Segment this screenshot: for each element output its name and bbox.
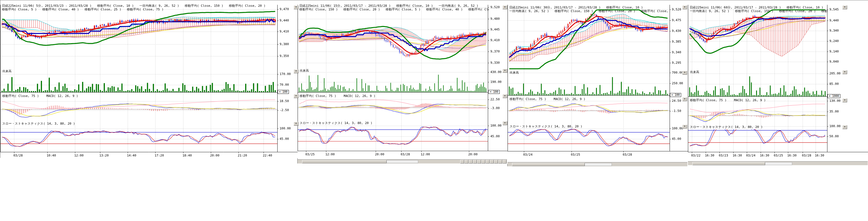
horizontal-scrollbar[interactable] bbox=[507, 162, 687, 166]
volume-axis-label: 190.00 bbox=[490, 80, 502, 84]
time-axis-label: 12:00 bbox=[325, 153, 335, 156]
scrollbar-thumb[interactable] bbox=[302, 160, 386, 163]
stochastics-section-label: スロー・ストキャスティクス( 14, 3, 80, 20 ) bbox=[2, 122, 75, 125]
chart-indicator-legend: 一目均衡表( 9, 26, 52 ) 移動平均( Close, 150 ) 移動… bbox=[690, 9, 828, 13]
volume-section-label: 出来高 bbox=[509, 71, 519, 74]
volume-section-label: 出来高 bbox=[300, 69, 309, 72]
mini-tool-button[interactable] bbox=[469, 160, 473, 163]
chart-indicator-legend: 移動平均( Close, 150 ) 移動平均( Close, 20 ) 移動平… bbox=[299, 8, 489, 11]
section-collapse-button[interactable]: ▼ bbox=[682, 125, 687, 129]
mini-tool-button[interactable] bbox=[490, 160, 494, 163]
time-axis-label: 12:00 bbox=[421, 153, 430, 156]
mini-tool-button[interactable] bbox=[498, 160, 502, 163]
section-collapse-button[interactable]: ▼ bbox=[842, 98, 847, 102]
time-axis-label: 17:20 bbox=[154, 154, 164, 157]
section-collapse-button[interactable]: ▼ bbox=[502, 121, 507, 125]
scrollbar-thumb[interactable] bbox=[692, 162, 765, 165]
price-axis-label: 9,440 bbox=[829, 19, 839, 22]
stochastics-axis-label: 100.00 bbox=[280, 127, 291, 130]
mini-tool-button[interactable] bbox=[502, 160, 506, 163]
macd-axis-label: 35.00 bbox=[829, 110, 839, 113]
chart-canvas[interactable] bbox=[688, 0, 868, 165]
price-axis-label: 9,340 bbox=[672, 51, 681, 54]
section-collapse-button[interactable]: ▼ bbox=[682, 5, 687, 9]
mini-tool-button[interactable] bbox=[494, 160, 498, 163]
time-axis-label: 03/28 bbox=[623, 153, 632, 156]
horizontal-scrollbar[interactable] bbox=[298, 159, 507, 163]
section-collapse-button[interactable]: ▼ bbox=[682, 97, 687, 101]
section-collapse-button[interactable]: ▼ bbox=[502, 69, 507, 73]
chart-window-60min-chart: ▼先物▼日経225mini▼11/06▼足日週月分↑分60▲本数500▲ 日経2… bbox=[688, 0, 868, 165]
chart-window-30min-chart: ▼先物▼日経225mini▼11/06▼足日週月分↑分30▲本数500▲ 日経2… bbox=[507, 0, 688, 166]
chart-canvas[interactable] bbox=[298, 0, 507, 164]
price-axis-label: 9,545 bbox=[829, 8, 839, 11]
chart-indicator-legend: 移動平均( Close, 5 ) 移動平均( Close, 40 ) 移動平均(… bbox=[2, 8, 278, 11]
time-axis-label: 20:00 bbox=[210, 154, 219, 157]
stochastics-axis-label: 45.00 bbox=[672, 137, 681, 141]
macd-axis-label: -2.50 bbox=[280, 108, 289, 112]
mini-tool-button[interactable] bbox=[460, 160, 464, 163]
macd-axis-label: 22.50 bbox=[490, 98, 500, 101]
price-axis-label: 9,440 bbox=[280, 19, 289, 22]
time-axis-label: 18:40 bbox=[182, 154, 192, 157]
macd-axis-label: -3.00 bbox=[490, 106, 500, 110]
trading-app-workspace: ▼先物▼日経225mini▼11/06▼足日週月分↑分▲本数▲適用複数銘柄 日経… bbox=[0, 0, 868, 221]
time-axis-label: 16:30 bbox=[760, 154, 769, 157]
time-axis-label: 16:30 bbox=[815, 154, 824, 157]
price-axis-label: 9,445 bbox=[490, 28, 500, 31]
chart-canvas[interactable] bbox=[0, 0, 298, 158]
stochastics-section-label: スロー・ストキャスティクス( 14, 3, 80, 20 ) bbox=[509, 125, 582, 128]
macd-axis-label: -1.50 bbox=[672, 109, 681, 113]
macd-axis-label: 18.50 bbox=[280, 99, 289, 103]
section-collapse-button[interactable]: ▼ bbox=[293, 122, 299, 126]
stochastics-axis-label: 100.00 bbox=[672, 127, 683, 130]
horizontal-scrollbar[interactable] bbox=[688, 161, 868, 165]
volume-section-label: 出来高 bbox=[690, 70, 699, 74]
time-axis-label: 16:30 bbox=[705, 154, 714, 157]
volume-multiplier-badge: × 1000 bbox=[828, 94, 840, 98]
section-collapse-button[interactable]: ▼ bbox=[293, 69, 299, 73]
time-axis-label: 22:40 bbox=[262, 154, 272, 157]
scrollbar-thumb[interactable] bbox=[512, 163, 585, 166]
price-axis-label: 9,140 bbox=[829, 50, 839, 53]
price-axis-label: 9,240 bbox=[829, 39, 839, 43]
chart-title: 日経225mini 11/06( 5分, 2011/03/23 - 2011/0… bbox=[2, 4, 278, 8]
price-axis-label: 9,430 bbox=[672, 29, 681, 33]
stochastics-axis-label: 45.00 bbox=[490, 135, 500, 138]
price-axis-label: 9,410 bbox=[280, 30, 289, 33]
section-collapse-button[interactable]: ▼ bbox=[842, 70, 847, 74]
section-collapse-button[interactable]: ▼ bbox=[682, 71, 687, 75]
mini-tool-button[interactable] bbox=[464, 160, 468, 163]
macd-section-label: 移動平均( Close, 75 ) MACD( 12, 26, 9 ) bbox=[2, 94, 78, 98]
volume-axis-label: 700.00 bbox=[672, 71, 683, 74]
price-axis-label: 9,385 bbox=[672, 40, 681, 43]
mini-tool-button[interactable] bbox=[473, 160, 477, 163]
price-axis-label: 9,380 bbox=[280, 42, 289, 46]
section-collapse-button[interactable]: ▼ bbox=[293, 5, 299, 9]
section-collapse-button[interactable]: ▼ bbox=[842, 5, 847, 9]
price-axis-label: 9,470 bbox=[280, 8, 289, 11]
price-axis-label: 9,520 bbox=[490, 6, 500, 9]
chart-title: 日経225mini 11/06( 15分, 2011/03/17 - 2011/… bbox=[299, 4, 489, 8]
mini-tool-button[interactable] bbox=[486, 160, 490, 163]
mini-tool-button[interactable] bbox=[482, 160, 485, 163]
time-axis-label: 14:40 bbox=[127, 154, 136, 157]
section-collapse-button[interactable]: ▼ bbox=[502, 94, 507, 98]
price-axis-label: 9,295 bbox=[672, 61, 681, 65]
macd-axis-label: 130.00 bbox=[829, 99, 841, 103]
section-collapse-button[interactable]: ▼ bbox=[293, 94, 299, 98]
time-axis-label: 03/28 bbox=[802, 154, 811, 157]
price-axis-label: 9,330 bbox=[490, 61, 500, 65]
time-axis-label: 03/24 bbox=[746, 154, 755, 157]
time-axis-label: 12:00 bbox=[74, 154, 84, 157]
price-axis-label: 9,370 bbox=[490, 50, 500, 53]
price-axis-label: 9,410 bbox=[490, 39, 500, 42]
section-collapse-button[interactable]: ▼ bbox=[842, 125, 847, 129]
chart-canvas[interactable] bbox=[507, 0, 688, 167]
mini-tool-button[interactable] bbox=[477, 160, 481, 163]
time-axis-label: 20:00 bbox=[468, 153, 477, 156]
macd-section-label: 移動平均( Close, 75 ) MACD( 12, 26, 9 ) bbox=[509, 97, 585, 101]
time-axis-label: 03/23 bbox=[719, 154, 728, 157]
section-collapse-button[interactable]: ▼ bbox=[502, 5, 507, 9]
macd-axis-label: 24.50 bbox=[672, 99, 681, 103]
